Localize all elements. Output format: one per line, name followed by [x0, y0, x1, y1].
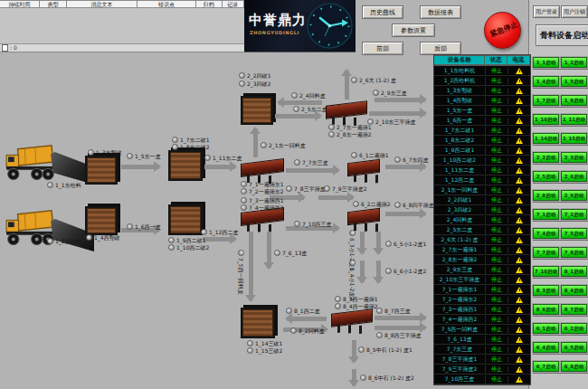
emergency-stop-button[interactable]: 紧急停止: [484, 12, 521, 49]
start-button-7_1[interactable]: 7_1启动: [533, 209, 559, 220]
start-button-1_4[interactable]: 1_4启动: [533, 76, 559, 87]
start-button-1_11[interactable]: 1_11启动: [561, 114, 587, 125]
diagram-label: 6_7东四皮: [394, 157, 429, 163]
start-button-7_10[interactable]: 7_10启动: [533, 266, 559, 277]
device-status-table: 设备名称状态电流 1_1东给料机停止1_2西给料机停止1_3东鄂破停止1_4西鄂…: [433, 54, 531, 385]
start-button-7_5[interactable]: 7_5启动: [561, 228, 587, 239]
start-button-7_4[interactable]: 7_4启动: [533, 228, 559, 239]
device-status-header: 设备名称状态电流: [434, 55, 530, 66]
diagram-label: 2_2四破1: [239, 72, 270, 79]
jaw-crusher-west[interactable]: [85, 206, 118, 235]
warning-triangle-icon: [516, 277, 523, 283]
device-status-value: 停止: [485, 176, 507, 185]
diagram-label: 6_1二遍筛1: [351, 152, 388, 158]
device-status-value: 停止: [485, 206, 507, 214]
screen-7-1-east[interactable]: [241, 158, 284, 177]
start-button-8_3[interactable]: 8_3启动: [533, 285, 559, 296]
diagram-label: 8_7西三皮: [376, 308, 411, 314]
warning-triangle-icon: [516, 257, 523, 263]
device-status-row: 7_6_13皮停止: [434, 335, 530, 345]
start-button-7_2[interactable]: 7_2启动: [561, 209, 587, 220]
start-button-2_3[interactable]: 2_3启动: [561, 152, 587, 163]
device-current-cell: [507, 237, 530, 243]
device-current-cell: [507, 78, 530, 84]
diagram-label: 1_14三破1: [247, 340, 282, 346]
data-report-button[interactable]: 数据报表: [420, 5, 461, 19]
alarm-column-header: 错误点: [138, 0, 197, 8]
front-section-button[interactable]: 前部: [362, 42, 403, 55]
device-status-value: 停止: [485, 316, 507, 324]
start-button-8_1[interactable]: 8_1启动: [561, 266, 587, 277]
device-name: 1_11东二皮: [434, 166, 485, 175]
start-button-6_8[interactable]: 6_8启动: [561, 361, 587, 372]
diagram-label: 6_6小1-2皮2: [385, 268, 426, 274]
start-button-7_7[interactable]: 7_7启动: [533, 247, 559, 258]
dump-truck-east[interactable]: [4, 143, 56, 185]
flow-arrow: [286, 168, 338, 173]
start-button-1_10[interactable]: 1_10启动: [533, 114, 559, 125]
warning-triangle-icon: [516, 307, 523, 313]
diagram-label: 8_5中石 (1-2) 皮1: [358, 346, 413, 353]
device-name: 2_6大 (1-2) 皮: [434, 236, 485, 244]
user-logout-button[interactable]: 用户注销: [561, 5, 588, 18]
device-name: 1_7东二破1: [434, 127, 485, 135]
start-button-1_14[interactable]: 1_14启动: [533, 133, 559, 144]
device-name: 7_2一遍筛东2: [434, 296, 485, 304]
device-status-row: 2_8东一遍筛2停止: [434, 255, 530, 265]
start-button-8_4[interactable]: 8_4启动: [561, 285, 587, 296]
secondary-crusher-west[interactable]: [168, 204, 203, 235]
start-button-1_5[interactable]: 1_5启动: [561, 76, 587, 87]
device-name: 7_6_13皮: [434, 336, 485, 344]
start-button-7_8[interactable]: 7_8启动: [561, 247, 587, 258]
diagram-label: 2_6大 (1-2) 皮: [351, 77, 396, 83]
device-status-value: 停止: [485, 336, 507, 344]
screen-8-3[interactable]: [331, 308, 373, 327]
start-button-2_9[interactable]: 2_9启动: [561, 190, 587, 201]
flow-arrow: [318, 195, 353, 200]
device-current-cell: [507, 88, 530, 94]
alarm-table-header: 持续时间类型消息文本错误点归档记录: [0, 0, 244, 8]
rear-section-button[interactable]: 后部: [420, 42, 461, 55]
device-status-value: 停止: [485, 117, 507, 125]
device-name: 2_2四破1: [434, 196, 485, 204]
start-button-6_7[interactable]: 6_7启动: [533, 361, 559, 372]
device-status-row: 1_4西鄂破停止: [434, 96, 530, 106]
device-name: 2_10东三平筛皮: [434, 276, 485, 284]
alarm-table-body: [0, 8, 244, 43]
screen-6-2[interactable]: [347, 208, 380, 225]
diagram-label: 6_2二遍筛2: [353, 201, 390, 207]
start-button-2_6[interactable]: 2_6启动: [561, 171, 587, 182]
start-button-2_2[interactable]: 2_2启动: [533, 152, 559, 163]
start-button-8_7[interactable]: 8_7启动: [561, 304, 587, 315]
start-button-1_1[interactable]: 1_1启动: [533, 57, 559, 68]
start-button-8_6[interactable]: 8_6启动: [533, 304, 559, 315]
alarm-column-header: 记录: [223, 0, 244, 8]
user-login-button[interactable]: 用户登录: [533, 5, 560, 18]
start-button-1_2[interactable]: 1_2启动: [561, 57, 587, 68]
device-status-value: 停止: [485, 137, 507, 145]
param-settings-button[interactable]: 参数设置: [392, 24, 435, 37]
device-current-cell: [507, 217, 530, 223]
start-button-1_15[interactable]: 1_15启动: [561, 133, 587, 144]
emergency-stop-label: 紧急停止: [488, 19, 519, 39]
jaw-crusher-east[interactable]: [85, 156, 118, 185]
device-current-cell: [507, 118, 530, 124]
start-button-6_1[interactable]: 6_1启动: [533, 323, 559, 334]
screen-6-1[interactable]: [347, 159, 380, 176]
secondary-crusher-east[interactable]: [168, 150, 203, 181]
device-status-row: 7_4一遍筛西2停止: [434, 315, 530, 325]
start-button-2_5[interactable]: 2_5启动: [533, 171, 559, 182]
history-curve-button[interactable]: 历史曲线: [362, 5, 403, 19]
start-button-6_4[interactable]: 6_4启动: [533, 342, 559, 353]
start-button-1_7[interactable]: 1_7启动: [533, 95, 559, 106]
diagram-label: 8_8西三平筛皮: [376, 332, 422, 338]
start-button-6_5[interactable]: 6_5启动: [561, 342, 587, 353]
start-button-2_8[interactable]: 2_8启动: [533, 190, 559, 201]
start-button-1_8[interactable]: 1_8启动: [561, 95, 587, 106]
start-button-6_2[interactable]: 6_2启动: [561, 323, 587, 334]
screen-2-7[interactable]: [326, 100, 367, 119]
device-current-cell: [507, 187, 530, 194]
diagram-label: 7_10西三皮: [294, 221, 331, 227]
tertiary-crusher[interactable]: [241, 308, 275, 338]
device-name: 1_9西二破1: [434, 147, 485, 155]
